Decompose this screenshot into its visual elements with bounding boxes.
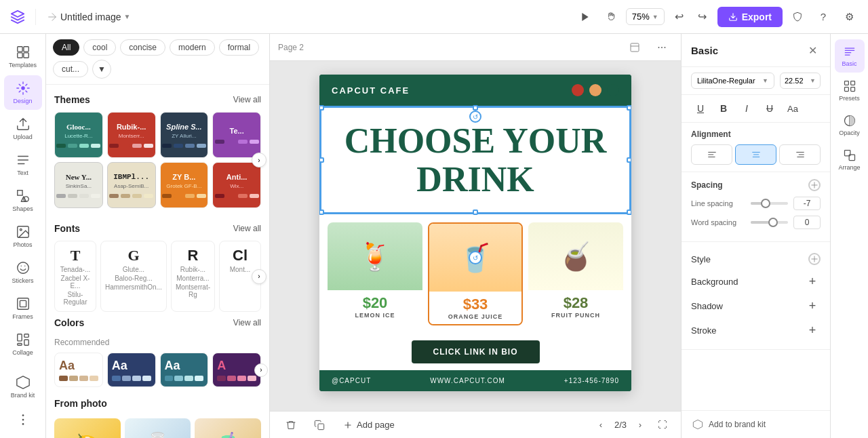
help-button[interactable]: ? bbox=[812, 6, 834, 28]
spacing-expand[interactable] bbox=[808, 179, 821, 191]
drink-card-2[interactable]: 🧉 $28 FRUIT PUNCH bbox=[528, 222, 623, 325]
case-button[interactable]: Aa bbox=[783, 99, 802, 118]
main-heading-section[interactable]: ↺ CHOOSE YOUR DRINK bbox=[319, 106, 631, 214]
photo-card-2[interactable]: 🧋 bbox=[195, 418, 261, 438]
filter-all[interactable]: All bbox=[53, 39, 79, 56]
sidebar-item-templates[interactable]: Templates bbox=[4, 39, 42, 74]
sidebar-item-collage[interactable]: Collage bbox=[4, 327, 42, 361]
right-panel-close[interactable]: ✕ bbox=[804, 42, 821, 58]
shadow-row[interactable]: Shadow + bbox=[691, 294, 821, 318]
photo-card-1[interactable]: 🥛 bbox=[125, 418, 191, 438]
sidebar-item-brand[interactable]: Brand kit bbox=[4, 370, 42, 404]
theme-card-4[interactable]: New Y... SinkinSa... bbox=[54, 162, 103, 208]
filter-formal[interactable]: formal bbox=[219, 39, 259, 56]
play-button[interactable] bbox=[574, 6, 596, 28]
filter-more[interactable]: ▼ bbox=[92, 60, 111, 79]
sidebar-item-text[interactable]: Text bbox=[4, 147, 42, 182]
themes-view-all[interactable]: View all bbox=[233, 95, 261, 104]
redo-button[interactable]: ↪ bbox=[692, 6, 713, 28]
stroke-row[interactable]: Stroke + bbox=[691, 318, 821, 342]
style-expand[interactable] bbox=[808, 253, 821, 265]
sidebar-item-stickers[interactable]: Stickers bbox=[4, 255, 42, 290]
stroke-add-btn[interactable]: + bbox=[804, 322, 821, 338]
background-add-btn[interactable]: + bbox=[804, 273, 821, 290]
logo[interactable] bbox=[8, 7, 27, 26]
background-row[interactable]: Background + bbox=[691, 269, 821, 294]
align-left-button[interactable] bbox=[691, 144, 732, 165]
rt-basic[interactable]: Basic bbox=[835, 39, 865, 73]
photo-card-0[interactable]: 🍋 bbox=[54, 418, 121, 438]
theme-card-7[interactable]: Anti... Wix... bbox=[212, 162, 261, 208]
palette-1[interactable]: Aa bbox=[107, 353, 156, 387]
line-spacing-slider[interactable] bbox=[751, 202, 788, 205]
canvas-screenshot-btn[interactable] bbox=[624, 37, 646, 58]
export-button[interactable]: Export bbox=[717, 7, 783, 27]
palettes-next-arrow[interactable]: › bbox=[254, 363, 268, 377]
drink-card-1[interactable]: 🥤 ↺ $33 ORANGE JUICE bbox=[428, 222, 523, 325]
filter-cut[interactable]: cut... bbox=[53, 61, 88, 77]
word-spacing-slider[interactable] bbox=[751, 221, 788, 224]
sidebar-item-more[interactable] bbox=[4, 407, 42, 433]
fonts-view-all[interactable]: View all bbox=[233, 224, 261, 233]
add-page-button[interactable]: Add page bbox=[338, 417, 400, 433]
zoom-selector[interactable]: 75% ▼ bbox=[626, 8, 665, 25]
theme-card-3[interactable]: Te... bbox=[212, 112, 261, 158]
themes-next-arrow[interactable]: › bbox=[252, 153, 267, 167]
filter-modern[interactable]: modern bbox=[170, 39, 215, 56]
hand-tool-button[interactable] bbox=[600, 6, 622, 28]
font-card-2[interactable]: R Rubik-... Monterra... Montserrat-Rg bbox=[171, 241, 215, 312]
palette-0[interactable]: Aa bbox=[54, 353, 103, 387]
drink-card-0[interactable]: 🍹 $20 LEMON ICE bbox=[328, 222, 422, 325]
font-size-select[interactable]: 22.52 ▼ bbox=[780, 73, 821, 89]
underline-button[interactable]: U bbox=[691, 99, 710, 118]
align-center-button[interactable] bbox=[735, 144, 776, 165]
svg-rect-24 bbox=[844, 87, 848, 92]
bottom-actions: Add page bbox=[281, 415, 400, 435]
colors-view-all[interactable]: View all bbox=[233, 318, 261, 327]
sidebar-item-shapes[interactable]: Shapes bbox=[4, 183, 42, 218]
svg-rect-13 bbox=[17, 334, 21, 341]
brand-kit-bar[interactable]: Add to brand kit bbox=[682, 410, 830, 438]
theme-card-5[interactable]: IBMPl... Asap-SemiB... bbox=[107, 162, 156, 208]
rotate-handle[interactable]: ↺ bbox=[469, 111, 481, 123]
rt-opacity[interactable]: Opacity bbox=[835, 108, 865, 142]
theme-card-0[interactable]: Glooc... Lucette-R... bbox=[54, 112, 103, 158]
font-card-1[interactable]: G Glute... Baloo-Reg... HammersmithOn... bbox=[100, 241, 167, 312]
rt-arrange[interactable]: Arrange bbox=[835, 143, 865, 176]
cta-button[interactable]: CLICK LINK IN BIO bbox=[412, 340, 540, 363]
bold-button[interactable]: B bbox=[714, 99, 733, 118]
prev-page-button[interactable]: ‹ bbox=[593, 417, 609, 433]
canvas-more-btn[interactable]: ··· bbox=[651, 37, 673, 58]
shield-button[interactable] bbox=[787, 6, 808, 28]
palette-2[interactable]: Aa bbox=[160, 353, 209, 387]
sidebar-item-design[interactable]: Design bbox=[4, 75, 42, 110]
strikethrough-button[interactable]: U bbox=[760, 99, 779, 118]
sidebar-item-frames[interactable]: Frames bbox=[4, 291, 42, 325]
delete-page-button[interactable] bbox=[281, 415, 301, 435]
shadow-add-btn[interactable]: + bbox=[804, 298, 821, 314]
theme-card-1[interactable]: Rubik-... Montserr... bbox=[107, 112, 156, 158]
sidebar-item-photos[interactable]: Photos bbox=[4, 219, 42, 254]
rt-presets[interactable]: Presets bbox=[835, 74, 865, 107]
font-card-0[interactable]: T Tenada-... Zacbel X-E... Stilu-Regular bbox=[54, 241, 96, 312]
align-right-button[interactable] bbox=[779, 144, 821, 165]
topbar-tools: 75% ▼ ↩ ↪ Export ? ⚙ bbox=[574, 6, 860, 28]
theme-card-2[interactable]: Spline S... ZY Alluri... bbox=[160, 112, 209, 158]
line-spacing-value[interactable]: -7 bbox=[793, 197, 821, 210]
filter-cool[interactable]: cool bbox=[83, 39, 116, 56]
undo-button[interactable]: ↩ bbox=[669, 6, 690, 28]
italic-button[interactable]: I bbox=[737, 99, 756, 118]
document-title[interactable]: Untitled image ▼ bbox=[47, 12, 130, 22]
copy-page-button[interactable] bbox=[309, 415, 330, 435]
settings-button[interactable]: ⚙ bbox=[838, 6, 860, 28]
theme-card-6[interactable]: ZY B... Grotek GF-B... bbox=[160, 162, 209, 208]
svg-point-5 bbox=[21, 86, 25, 90]
sidebar-item-upload[interactable]: Upload bbox=[4, 111, 42, 146]
filter-concise[interactable]: concise bbox=[120, 39, 165, 56]
text-format-row: U B I U Aa bbox=[682, 95, 830, 123]
next-page-button[interactable]: › bbox=[632, 417, 648, 433]
fullscreen-button[interactable]: ⛶ bbox=[654, 417, 670, 433]
word-spacing-value[interactable]: 0 bbox=[793, 216, 821, 229]
font-family-select[interactable]: LilitaOne-Regular ▼ bbox=[691, 73, 774, 89]
fonts-next-arrow[interactable]: › bbox=[252, 269, 267, 284]
